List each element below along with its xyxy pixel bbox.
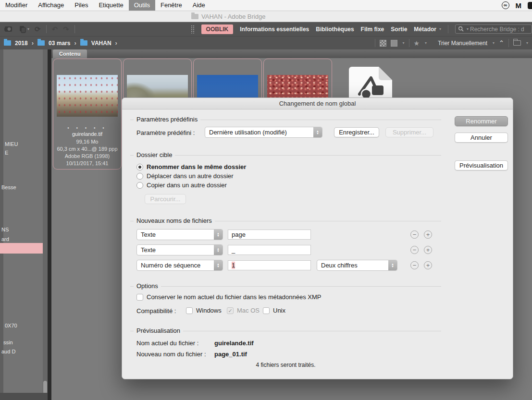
keep-name-checkbox-row[interactable]: Conserver le nom actuel du fichier dans … bbox=[136, 293, 321, 301]
sidebar-item[interactable]: ssin bbox=[3, 339, 13, 345]
batch-rename-dialog: Changement de nom global Paramètres préd… bbox=[122, 97, 513, 379]
filter-rejected-icon[interactable] bbox=[380, 40, 386, 47]
folder-icon bbox=[37, 40, 45, 46]
filter-rating-icon[interactable]: ★ bbox=[414, 40, 420, 47]
sort-label[interactable]: Trier Manuellement bbox=[438, 40, 487, 47]
checkbox-label: Windows bbox=[196, 307, 222, 314]
name-part-type-select-3[interactable]: Numéro de séquence ▲▼ bbox=[136, 260, 223, 271]
panel-splitter[interactable] bbox=[48, 49, 51, 400]
remove-row-button-1[interactable]: − bbox=[410, 230, 419, 239]
sidebar-item[interactable]: aud D bbox=[1, 349, 15, 354]
toolbar-divider bbox=[409, 39, 409, 47]
checkbox-unchecked-icon[interactable] bbox=[263, 307, 270, 314]
name-part-type-select-2[interactable]: Texte ▲▼ bbox=[136, 244, 223, 255]
stepper-arrows-icon: ▲▼ bbox=[214, 245, 223, 255]
digits-format-select[interactable]: Deux chiffres ▲▼ bbox=[317, 260, 397, 271]
rename-button[interactable]: Renommer bbox=[455, 116, 508, 126]
creative-cloud-icon[interactable]: ∞ bbox=[502, 1, 509, 9]
breadcrumb-separator-icon: › bbox=[74, 39, 76, 47]
sort-dropdown-icon[interactable]: ▾ bbox=[493, 41, 495, 45]
section-divider bbox=[130, 286, 441, 287]
sidebar-item[interactable]: MIEU bbox=[5, 141, 18, 147]
workspace-tab-informations-essentielles[interactable]: Informations essentielles bbox=[240, 26, 309, 33]
radio-rename-same-folder[interactable]: Renommer dans le même dossier bbox=[136, 163, 246, 170]
copy-dropdown-icon[interactable]: ▾ bbox=[27, 27, 29, 31]
radio-on-icon[interactable] bbox=[136, 164, 143, 170]
sidebar-item[interactable]: 0X70 bbox=[5, 323, 17, 328]
add-row-button-2[interactable]: + bbox=[424, 246, 432, 254]
breadcrumb-vahan[interactable]: VAHAN bbox=[91, 40, 111, 47]
checkbox-unchecked-icon[interactable] bbox=[186, 307, 193, 314]
remove-row-button-3[interactable]: − bbox=[410, 261, 419, 269]
sidebar-scrollbar[interactable] bbox=[43, 49, 48, 400]
clipped-status-icon[interactable] bbox=[528, 2, 532, 9]
presets-section-label: Paramètres prédéfinis bbox=[134, 116, 200, 123]
menu-aide[interactable]: Aide bbox=[187, 0, 210, 11]
workspace-tab-film-fixe[interactable]: Film fixe bbox=[361, 26, 384, 33]
menu-modifier[interactable]: Modifier bbox=[0, 0, 33, 11]
add-row-button-3[interactable]: + bbox=[424, 261, 432, 269]
compat-unix-row[interactable]: Unix bbox=[263, 307, 285, 314]
sidebar-scrollbar-thumb[interactable] bbox=[43, 381, 47, 394]
folder-dropdown-icon[interactable]: ▾ bbox=[526, 41, 528, 45]
workspace-more-icon[interactable]: ▾ bbox=[439, 27, 441, 31]
new-name-label: Nouveau nom du fichier : bbox=[136, 351, 206, 358]
sidebar-item[interactable]: E bbox=[5, 150, 8, 156]
radio-move-other-folder[interactable]: Déplacer dans un autre dossier bbox=[136, 172, 234, 180]
menu-etiquette[interactable]: Etiquette bbox=[93, 0, 128, 11]
sidebar-selected-row[interactable] bbox=[0, 243, 43, 254]
thumbnail-quality-icon[interactable] bbox=[391, 40, 397, 47]
workspace-tab-bibliotheques[interactable]: Bibliothèques bbox=[316, 26, 354, 33]
file-name[interactable]: guirelande.tif bbox=[53, 131, 121, 137]
menu-piles[interactable]: Piles bbox=[69, 0, 93, 11]
checkbox-unchecked-icon[interactable] bbox=[136, 294, 143, 301]
sidebar-item[interactable]: NS bbox=[1, 227, 9, 232]
save-preset-button[interactable]: Enregistrer... bbox=[334, 127, 379, 137]
current-name-label: Nom actuel du fichier : bbox=[136, 339, 198, 347]
thumbnail-guirelande[interactable]: • • • • • guirelande.tif 99,16 Mo 60,3 c… bbox=[53, 59, 122, 170]
sidebar-item[interactable]: ard bbox=[1, 236, 9, 242]
radio-label: Déplacer dans un autre dossier bbox=[147, 172, 234, 180]
menu-fenetre[interactable]: Fenêtre bbox=[155, 0, 187, 11]
rotate-folder-icon[interactable] bbox=[513, 40, 521, 46]
search-scope-icon[interactable]: ▾ bbox=[467, 27, 469, 31]
thumbnail-image[interactable] bbox=[57, 75, 118, 117]
radio-copy-other-folder[interactable]: Copier dans un autre dossier bbox=[136, 182, 227, 189]
menu-affichage[interactable]: Affichage bbox=[33, 0, 69, 11]
m-badge-icon[interactable]: M bbox=[516, 1, 522, 10]
breadcrumb-03-mars[interactable]: 03 mars bbox=[49, 40, 70, 47]
select-value: Deux chiffres bbox=[317, 260, 397, 270]
preview-button[interactable]: Prévisualisation bbox=[455, 160, 508, 170]
compat-windows-row[interactable]: Windows bbox=[186, 307, 222, 314]
radio-off-icon[interactable] bbox=[136, 173, 143, 180]
refresh-icon[interactable]: ⟳ bbox=[35, 25, 41, 33]
add-row-button-1[interactable]: + bbox=[424, 230, 432, 239]
menu-outils[interactable]: Outils bbox=[129, 0, 155, 11]
radio-off-icon[interactable] bbox=[136, 182, 143, 189]
name-part-text-input-1[interactable]: page bbox=[228, 230, 311, 240]
import-photos-icon[interactable] bbox=[3, 25, 13, 33]
sequence-start-input[interactable]: 1 bbox=[228, 260, 311, 270]
folder-icon bbox=[80, 40, 87, 46]
undo-icon[interactable]: ↶ bbox=[52, 25, 58, 33]
tab-contenu[interactable]: Contenu bbox=[53, 49, 87, 58]
name-part-text-input-2[interactable]: _ bbox=[228, 245, 311, 255]
filter-rating-dropdown-icon[interactable]: ▾ bbox=[425, 41, 427, 45]
workspace-tab-sortie[interactable]: Sortie bbox=[391, 26, 407, 33]
preset-select[interactable]: Dernière utilisation (modifié) ▲▼ bbox=[205, 127, 322, 138]
cancel-button[interactable]: Annuler bbox=[455, 133, 508, 143]
workspace-tab-metadonnees[interactable]: Métador ▾ bbox=[414, 26, 441, 33]
redo-icon[interactable]: ↷ bbox=[63, 25, 69, 33]
rating-dots[interactable]: • • • • • bbox=[53, 125, 121, 131]
copy-files-icon[interactable] bbox=[19, 25, 26, 33]
sidebar-item[interactable]: Besse bbox=[1, 184, 16, 190]
sort-ascending-icon[interactable]: ⌃ bbox=[499, 39, 504, 47]
workspace-grip-handle[interactable] bbox=[191, 25, 195, 34]
dialog-title[interactable]: Changement de nom global bbox=[122, 98, 513, 109]
breadcrumb-2018[interactable]: 2018 bbox=[15, 40, 28, 47]
remove-row-button-2[interactable]: − bbox=[410, 246, 419, 254]
thumbnail-quality-dropdown-icon[interactable]: ▾ bbox=[403, 41, 405, 45]
workspace-tab-ooblik[interactable]: OOBLIK bbox=[201, 24, 234, 34]
name-part-type-select-1[interactable]: Texte ▲▼ bbox=[136, 229, 223, 240]
search-input[interactable]: ▾ Recherche Bridge : d bbox=[455, 24, 532, 34]
